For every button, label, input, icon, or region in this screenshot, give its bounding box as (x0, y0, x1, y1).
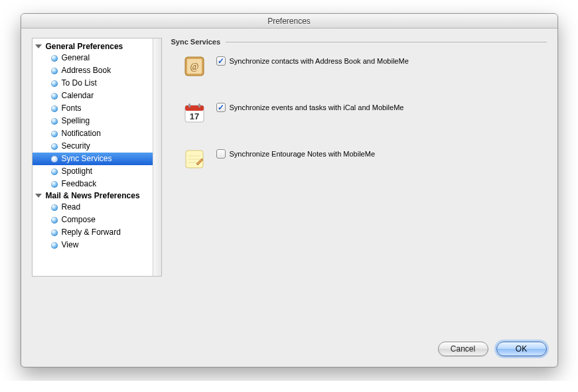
sync-option-row: 17Synchronize events and tasks with iCal… (183, 101, 547, 124)
sidebar-item[interactable]: Sync Services (33, 153, 153, 165)
sidebar-item-label: View (62, 239, 79, 251)
sidebar-scrollbar[interactable] (153, 38, 162, 277)
sidebar-container: General PreferencesGeneralAddress BookTo… (32, 38, 162, 323)
preferences-window: Preferences General PreferencesGeneralAd… (21, 13, 558, 367)
sidebar-item-label: Compose (62, 214, 96, 226)
bullet-icon (51, 80, 58, 87)
sidebar-item-label: General (62, 52, 90, 64)
bullet-icon (51, 105, 58, 112)
sidebar-item[interactable]: Reply & Forward (33, 226, 153, 239)
sidebar-item-label: Address Book (62, 65, 111, 76)
notes-icon (183, 148, 206, 170)
bullet-icon (51, 204, 58, 211)
sidebar-item-label: Notification (62, 128, 101, 139)
sync-option-label: Synchronize events and tasks with iCal a… (230, 103, 404, 111)
sidebar-item-label: Read (62, 202, 81, 213)
sync-option-row: @Synchronize contacts with Address Book … (183, 55, 547, 78)
calendar-icon: 17 (183, 101, 206, 124)
sidebar-item[interactable]: Fonts (33, 102, 153, 115)
bullet-icon (51, 168, 58, 175)
svg-text:@: @ (190, 62, 198, 72)
sidebar-item[interactable]: Address Book (33, 64, 153, 77)
sidebar-group-header[interactable]: General Preferences (33, 41, 153, 52)
section-header: Sync Services (171, 38, 547, 46)
address-book-icon: @ (183, 55, 206, 78)
sync-option-checkbox[interactable] (216, 149, 226, 159)
sidebar-item-label: Sync Services (62, 153, 112, 164)
disclosure-triangle-icon (35, 44, 42, 48)
bullet-icon (51, 93, 58, 99)
sidebar-group-header[interactable]: Mail & News Preferences (33, 190, 153, 201)
cancel-button[interactable]: Cancel (438, 342, 488, 356)
sync-option-control: Synchronize Entourage Notes with MobileM… (216, 148, 376, 159)
calendar-icon: 17 (183, 101, 206, 124)
sync-option-checkbox[interactable] (216, 103, 226, 112)
svg-text:17: 17 (189, 111, 198, 121)
sync-option-row: Synchronize Entourage Notes with MobileM… (183, 148, 547, 170)
sidebar-item-label: Security (62, 141, 90, 152)
sync-option-checkbox[interactable] (216, 56, 226, 66)
disclosure-triangle-icon (35, 194, 42, 198)
bullet-icon (51, 156, 58, 163)
sidebar-item-label: Feedback (62, 178, 97, 190)
bullet-icon (51, 131, 58, 137)
sidebar-item[interactable]: View (33, 239, 153, 251)
bullet-icon (51, 181, 58, 188)
bullet-icon (51, 242, 58, 249)
cancel-button-label: Cancel (451, 344, 475, 354)
bullet-icon (51, 229, 58, 236)
sidebar-item[interactable]: Spelling (33, 115, 153, 127)
sync-option-label: Synchronize contacts with Address Book a… (230, 57, 409, 65)
bullet-icon (51, 143, 58, 150)
sidebar-item-label: Fonts (62, 103, 82, 114)
dialog-footer: Cancel OK (21, 334, 557, 367)
svg-rect-5 (188, 103, 190, 107)
bullet-icon (51, 55, 58, 62)
sidebar-item[interactable]: Read (33, 201, 153, 214)
preferences-sidebar[interactable]: General PreferencesGeneralAddress BookTo… (32, 38, 153, 277)
sidebar-item-label: Spelling (62, 115, 90, 127)
sidebar-item-label: To Do List (62, 78, 97, 89)
bullet-icon (51, 217, 58, 224)
sidebar-item-label: Spotlight (62, 166, 93, 177)
address-book-icon: @ (183, 55, 206, 78)
notes-icon (183, 148, 206, 170)
main-panel: Sync Services @Synchronize contacts with… (171, 38, 547, 323)
sync-option-control: Synchronize events and tasks with iCal a… (216, 101, 404, 112)
window-body: General PreferencesGeneralAddress BookTo… (21, 29, 557, 334)
sidebar-item[interactable]: Calendar (33, 90, 153, 102)
bullet-icon (51, 68, 58, 74)
svg-rect-4 (185, 105, 204, 111)
window-title: Preferences (267, 17, 311, 26)
sidebar-item[interactable]: To Do List (33, 77, 153, 90)
sidebar-item[interactable]: General (33, 52, 153, 64)
sidebar-item[interactable]: Compose (33, 214, 153, 226)
sidebar-item-label: Calendar (62, 90, 94, 101)
sidebar-group-title: General Preferences (46, 42, 123, 51)
sidebar-item-label: Reply & Forward (62, 227, 121, 238)
sidebar-item[interactable]: Notification (33, 127, 153, 140)
sidebar-item[interactable]: Spotlight (33, 165, 153, 178)
sidebar-item[interactable]: Feedback (33, 178, 153, 190)
bullet-icon (51, 118, 58, 125)
section-divider (226, 42, 546, 42)
sidebar-item[interactable]: Security (33, 140, 153, 153)
sync-option-label: Synchronize Entourage Notes with MobileM… (230, 150, 376, 158)
sidebar-group-title: Mail & News Preferences (46, 191, 140, 200)
sync-option-control: Synchronize contacts with Address Book a… (216, 55, 409, 66)
ok-button-label: OK (516, 344, 527, 354)
window-titlebar: Preferences (21, 14, 557, 29)
ok-button[interactable]: OK (496, 342, 547, 356)
section-title: Sync Services (171, 38, 221, 46)
svg-rect-6 (198, 103, 200, 107)
sync-options: @Synchronize contacts with Address Book … (171, 55, 547, 170)
